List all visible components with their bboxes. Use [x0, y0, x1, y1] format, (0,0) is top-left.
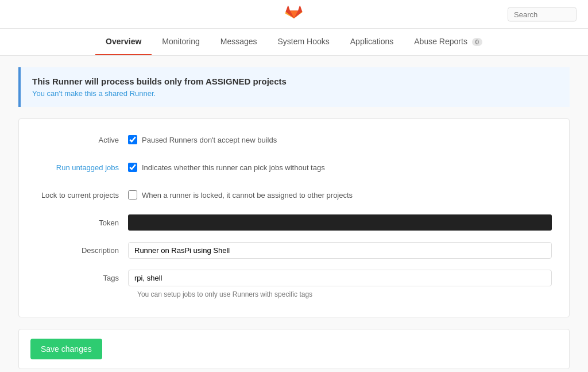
tab-applications[interactable]: Applications — [340, 29, 404, 55]
main-content: This Runner will process builds only fro… — [7, 67, 581, 372]
description-label: Description — [36, 246, 128, 255]
alert-banner: This Runner will process builds only fro… — [18, 67, 570, 107]
description-content — [128, 242, 552, 259]
tab-overview[interactable]: Overview — [95, 29, 152, 55]
lock-row: Lock to current projects When a runner i… — [36, 186, 552, 204]
untagged-row: Run untagged jobs Indicates whether this… — [36, 158, 552, 177]
lock-label: Lock to current projects — [36, 191, 128, 200]
tab-navigation: Overview Monitoring Messages System Hook… — [0, 29, 588, 56]
untagged-hint: Indicates whether this runner can pick j… — [142, 163, 325, 172]
untagged-checkbox[interactable] — [128, 163, 137, 172]
active-checkbox[interactable] — [128, 135, 137, 144]
logo[interactable] — [285, 5, 303, 24]
tags-content — [128, 270, 552, 286]
token-label: Token — [36, 218, 128, 227]
tags-input[interactable] — [128, 270, 552, 286]
search-box[interactable] — [508, 7, 577, 21]
tags-row: Tags — [36, 269, 552, 287]
alert-title: This Runner will process builds only fro… — [32, 76, 558, 86]
lock-content: When a runner is locked, it cannot be as… — [128, 190, 552, 200]
token-row: Token — [36, 213, 552, 232]
untagged-label: Run untagged jobs — [36, 163, 128, 172]
lock-hint: When a runner is locked, it cannot be as… — [142, 191, 353, 200]
runner-settings-form: Active Paused Runners don't accept new b… — [18, 118, 570, 317]
description-input[interactable] — [128, 242, 552, 259]
tab-monitoring[interactable]: Monitoring — [152, 29, 210, 55]
token-content — [128, 214, 552, 231]
search-input[interactable] — [508, 7, 577, 21]
abuse-reports-badge: 0 — [472, 38, 482, 46]
active-hint: Paused Runners don't accept new builds — [142, 136, 277, 144]
active-row: Active Paused Runners don't accept new b… — [36, 131, 552, 149]
save-section: Save changes — [18, 329, 570, 369]
token-value-bar — [128, 214, 552, 231]
untagged-link[interactable]: Run untagged jobs — [56, 163, 119, 172]
tags-label: Tags — [36, 274, 128, 282]
tab-messages[interactable]: Messages — [210, 29, 268, 55]
tab-system-hooks[interactable]: System Hooks — [268, 29, 340, 55]
top-navigation — [0, 0, 588, 29]
lock-checkbox[interactable] — [128, 190, 137, 200]
description-row: Description — [36, 241, 552, 259]
alert-link[interactable]: You can't make this a shared Runner. — [32, 89, 156, 98]
save-button[interactable]: Save changes — [30, 339, 102, 359]
active-content: Paused Runners don't accept new builds — [128, 135, 552, 144]
tab-abuse-reports[interactable]: Abuse Reports 0 — [404, 29, 493, 55]
untagged-content: Indicates whether this runner can pick j… — [128, 163, 552, 172]
active-label: Active — [36, 136, 128, 144]
tags-help-text: You can setup jobs to only use Runners w… — [137, 290, 552, 298]
